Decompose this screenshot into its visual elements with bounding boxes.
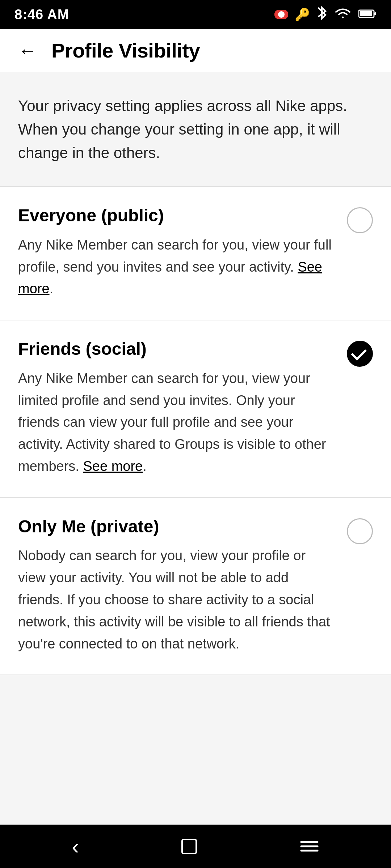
bluetooth-icon xyxy=(316,6,327,23)
option-everyone-content: Everyone (public) Any Nike Member can se… xyxy=(18,205,336,300)
status-left: 8:46 AM xyxy=(14,7,69,22)
option-everyone[interactable]: Everyone (public) Any Nike Member can se… xyxy=(0,187,391,320)
nav-back-button[interactable]: ‹ xyxy=(64,830,86,863)
option-friends-radio[interactable] xyxy=(347,341,373,367)
option-friends[interactable]: Friends (social) Any Nike Member can sea… xyxy=(0,320,391,498)
nav-menu-button[interactable] xyxy=(292,835,327,857)
option-only-me[interactable]: Only Me (private) Nobody can search for … xyxy=(0,498,391,676)
option-friends-desc: Any Nike Member can search for you, view… xyxy=(18,367,336,477)
nav-bar: ‹ xyxy=(0,825,391,868)
back-button[interactable]: ← xyxy=(14,38,41,64)
status-right: 🔑 xyxy=(274,6,377,23)
page-title: Profile Visibility xyxy=(51,39,200,62)
wifi-icon xyxy=(334,7,352,22)
option-everyone-desc: Any Nike Member can search for you, view… xyxy=(18,234,336,300)
bottom-spacer xyxy=(0,675,391,825)
option-everyone-title: Everyone (public) xyxy=(18,205,336,226)
svg-rect-1 xyxy=(374,12,376,15)
rec-icon xyxy=(274,10,288,19)
option-everyone-radio[interactable] xyxy=(347,207,373,233)
option-friends-title: Friends (social) xyxy=(18,339,336,359)
status-time: 8:46 AM xyxy=(14,7,69,22)
option-only-me-content: Only Me (private) Nobody can search for … xyxy=(18,516,336,655)
status-bar: 8:46 AM 🔑 xyxy=(0,0,391,29)
option-only-me-desc: Nobody can search for you, view your pro… xyxy=(18,545,336,655)
info-banner-text: Your privacy setting applies across all … xyxy=(18,94,373,165)
option-friends-content: Friends (social) Any Nike Member can sea… xyxy=(18,339,336,477)
svg-rect-2 xyxy=(360,11,372,16)
battery-icon xyxy=(358,8,377,22)
key-icon: 🔑 xyxy=(295,7,310,22)
option-only-me-title: Only Me (private) xyxy=(18,516,336,537)
info-banner: Your privacy setting applies across all … xyxy=(0,72,391,187)
rec-dot xyxy=(278,11,285,18)
option-friends-see-more[interactable]: See more xyxy=(83,459,143,474)
svg-rect-3 xyxy=(182,839,196,854)
option-only-me-radio[interactable] xyxy=(347,518,373,544)
nav-home-button[interactable] xyxy=(172,833,206,860)
header: ← Profile Visibility xyxy=(0,29,391,72)
